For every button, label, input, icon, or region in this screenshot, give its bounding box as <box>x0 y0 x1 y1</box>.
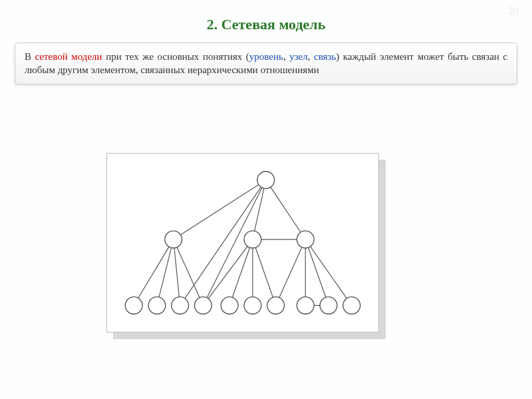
svg-point-28 <box>244 297 261 314</box>
text-part: В <box>25 51 35 62</box>
svg-line-17 <box>305 239 351 305</box>
page-title: 2. Сетевая модель <box>0 0 532 43</box>
network-svg <box>107 154 378 332</box>
svg-point-20 <box>165 231 182 248</box>
svg-point-31 <box>320 297 337 314</box>
svg-line-8 <box>174 239 180 305</box>
svg-line-13 <box>253 239 276 305</box>
svg-line-1 <box>253 180 266 239</box>
svg-line-11 <box>229 239 253 305</box>
page-number: 20 <box>508 5 519 17</box>
svg-line-6 <box>134 239 174 305</box>
diagram-canvas <box>106 153 379 332</box>
svg-point-27 <box>221 297 238 314</box>
svg-line-2 <box>266 180 306 239</box>
svg-line-7 <box>157 239 174 305</box>
svg-line-9 <box>174 239 203 305</box>
svg-point-29 <box>267 297 285 314</box>
svg-point-21 <box>244 231 261 248</box>
svg-line-14 <box>276 239 306 305</box>
text-highlight-blue: связь <box>314 51 336 62</box>
svg-line-10 <box>203 239 252 305</box>
svg-point-26 <box>195 297 212 314</box>
text-highlight-blue: уровень <box>249 51 283 62</box>
svg-point-19 <box>257 172 275 189</box>
svg-point-22 <box>297 231 314 248</box>
svg-point-25 <box>172 297 189 314</box>
svg-point-32 <box>343 297 360 314</box>
svg-line-16 <box>305 239 329 305</box>
text-part: , <box>283 51 289 62</box>
svg-point-23 <box>125 297 142 314</box>
description-box: В сетевой модели при тех же основных пон… <box>15 43 517 84</box>
network-diagram <box>106 153 386 339</box>
text-part: при тех же основных понятиях ( <box>102 51 249 62</box>
text-highlight-blue: узел <box>289 51 308 62</box>
text-highlight-red: сетевой модели <box>35 51 102 62</box>
svg-point-24 <box>148 297 166 314</box>
text-part: , <box>308 51 314 62</box>
svg-point-30 <box>297 297 314 314</box>
